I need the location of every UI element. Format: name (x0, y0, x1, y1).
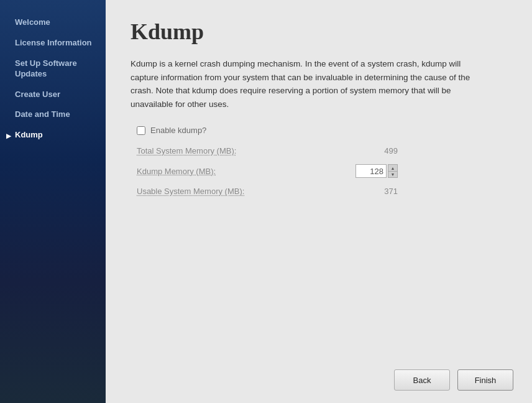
sidebar-arrow-icon: ▶ (6, 131, 11, 139)
kdump-memory-input-wrap: ▲ ▼ (355, 164, 398, 178)
page-title: Kdump (131, 19, 507, 45)
sidebar-item-welcome[interactable]: Welcome (0, 12, 106, 33)
usable-memory-label: Usable System Memory (MB): (137, 187, 360, 196)
kdump-memory-label: Kdump Memory (MB): (137, 167, 355, 176)
sidebar-item-set-up-software-updates[interactable]: Set Up Software Updates (0, 53, 106, 85)
total-memory-row: Total System Memory (MB): 499 (137, 146, 398, 155)
sidebar-item-label: License Information (15, 38, 92, 47)
sidebar-item-date-and-time[interactable]: Date and Time (0, 104, 106, 125)
bottom-bar: Back Finish (394, 369, 513, 391)
enable-kdump-checkbox[interactable] (137, 126, 145, 135)
total-memory-label: Total System Memory (MB): (137, 146, 360, 155)
sidebar-item-label: Kdump (15, 130, 43, 139)
main-content: Kdump Kdump is a kernel crash dumping me… (106, 0, 532, 403)
usable-memory-value: 371 (360, 187, 398, 196)
finish-button[interactable]: Finish (457, 369, 513, 391)
kdump-memory-down-button[interactable]: ▼ (388, 171, 398, 178)
usable-memory-row: Usable System Memory (MB): 371 (137, 187, 398, 196)
kdump-memory-up-button[interactable]: ▲ (388, 164, 398, 171)
sidebar-item-create-user[interactable]: Create User (0, 85, 106, 105)
form-section: Enable kdump? Total System Memory (MB): … (137, 126, 507, 205)
sidebar-item-label: Set Up Software Updates (15, 58, 77, 78)
kdump-memory-input[interactable] (355, 164, 387, 178)
kdump-memory-row: Kdump Memory (MB): ▲ ▼ (137, 164, 398, 178)
total-memory-value: 499 (360, 146, 398, 155)
back-button[interactable]: Back (394, 369, 450, 391)
description-text: Kdump is a kernel crash dumping mechanis… (131, 57, 479, 111)
enable-kdump-row: Enable kdump? (137, 126, 507, 135)
sidebar-item-label: Date and Time (15, 109, 70, 119)
enable-kdump-label[interactable]: Enable kdump? (150, 126, 206, 135)
sidebar-item-license-information[interactable]: License Information (0, 33, 106, 53)
sidebar: WelcomeLicense InformationSet Up Softwar… (0, 0, 106, 403)
sidebar-item-label: Create User (15, 90, 60, 99)
kdump-memory-spinner: ▲ ▼ (388, 164, 398, 178)
sidebar-item-label: Welcome (15, 17, 50, 27)
sidebar-item-kdump[interactable]: ▶Kdump (0, 125, 106, 146)
